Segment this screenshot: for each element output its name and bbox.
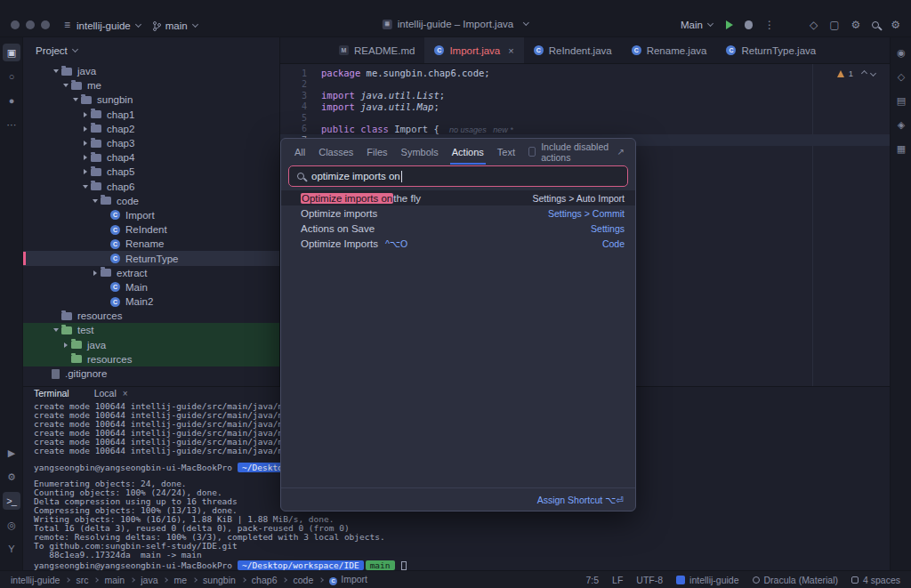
tree-item-resources[interactable]: resources <box>23 352 279 366</box>
popup-tab-Classes[interactable]: Classes <box>318 139 353 165</box>
theme-widget[interactable]: Dracula (Material) <box>753 575 838 585</box>
popup-tab-All[interactable]: All <box>294 139 305 165</box>
file-encoding[interactable]: UTF-8 <box>636 575 663 585</box>
tree-item-chap4[interactable]: chap4 <box>23 150 279 165</box>
git-tool-icon[interactable]: Y <box>3 540 20 558</box>
breadcrumb-item-me[interactable]: me <box>173 575 187 585</box>
window-controls[interactable] <box>11 20 50 31</box>
main-menu-icon[interactable]: ≡ <box>64 19 70 31</box>
editor-tab-README.md[interactable]: MREADME.md <box>329 37 424 63</box>
next-problem-icon[interactable] <box>870 70 876 77</box>
breadcrumb-item-Import[interactable]: CImport <box>329 574 367 585</box>
run-tool-icon[interactable]: ▶ <box>3 444 20 462</box>
close-tab-icon[interactable]: × <box>508 45 513 56</box>
popup-tab-Files[interactable]: Files <box>367 139 387 165</box>
ai-assistant-icon[interactable]: ◇ <box>892 68 910 85</box>
tree-item-ReIndent[interactable]: CReIndent <box>23 222 279 237</box>
tree-arrow-icon[interactable] <box>79 126 91 132</box>
debug-button[interactable] <box>745 20 753 29</box>
tree-arrow-icon[interactable] <box>89 199 101 203</box>
tree-item-Import[interactable]: CImport <box>23 208 279 222</box>
tree-item-chap3[interactable]: chap3 <box>23 136 279 150</box>
tree-item-java[interactable]: java <box>23 338 279 352</box>
open-in-tool-window-icon[interactable]: ↗ <box>617 147 625 157</box>
popup-search-field[interactable]: optimize imports on <box>288 165 628 187</box>
breadcrumb-item-sungbin[interactable]: sungbin <box>203 575 236 585</box>
editor-tab-Import.java[interactable]: CImport.java× <box>424 37 523 63</box>
popup-tab-Text[interactable]: Text <box>497 139 515 165</box>
breadcrumb-item-chap6[interactable]: chap6 <box>252 575 278 585</box>
caret-position[interactable]: 7:5 <box>585 575 599 585</box>
tree-arrow-icon[interactable] <box>69 98 81 101</box>
popup-result-row[interactable]: Optimize Imports^⌥OCode <box>281 236 635 251</box>
tree-item-extract[interactable]: extract <box>23 266 279 280</box>
popup-result-row[interactable]: Optimize importsSettings > Commit <box>281 205 635 221</box>
breadcrumb-item-src[interactable]: src <box>76 575 88 585</box>
popup-result-row[interactable]: Actions on SaveSettings <box>281 221 635 236</box>
problems-tool-icon[interactable]: ◎ <box>3 516 20 534</box>
notifications-icon[interactable]: ◉ <box>892 44 910 61</box>
project-tool-window-header[interactable]: Project <box>23 37 280 64</box>
gradle-icon[interactable]: ◈ <box>892 116 910 133</box>
ai-assistant-icon[interactable]: ◇ <box>810 19 818 31</box>
tree-arrow-icon[interactable] <box>79 141 91 146</box>
tree-item-chap6[interactable]: chap6 <box>23 180 279 194</box>
more-actions-icon[interactable]: ⋮ <box>764 19 775 31</box>
prev-problem-icon[interactable] <box>861 70 867 77</box>
tree-arrow-icon[interactable] <box>79 169 91 174</box>
tree-arrow-icon[interactable] <box>79 112 91 117</box>
breadcrumb-item-java[interactable]: java <box>141 575 157 585</box>
close-window-icon[interactable] <box>11 20 20 29</box>
tree-item-Main2[interactable]: CMain2 <box>23 294 279 309</box>
vcs-branch-widget[interactable]: main <box>153 20 198 31</box>
tree-item-.gitignore[interactable]: .gitignore <box>23 366 279 381</box>
tree-item-Rename[interactable]: CRename <box>23 237 279 251</box>
include-disabled-actions-checkbox[interactable]: Include disabled actions↗ <box>528 141 625 163</box>
tree-item-test[interactable]: test <box>23 323 279 337</box>
project-widget[interactable]: intellij-guide <box>77 20 141 31</box>
tree-item-chap1[interactable]: chap1 <box>23 108 279 122</box>
tree-item-code[interactable]: code <box>23 194 279 208</box>
project-tool-icon[interactable]: ▣ <box>3 44 20 61</box>
more-tools-icon[interactable]: ⋯ <box>3 116 20 133</box>
tree-item-ReturnType[interactable]: CReturnType <box>23 251 279 265</box>
indent-widget[interactable]: 4 spaces <box>851 575 900 585</box>
minimize-window-icon[interactable] <box>26 20 35 29</box>
module-widget[interactable]: intellij-guide <box>676 575 738 585</box>
tree-item-chap5[interactable]: chap5 <box>23 165 279 179</box>
tree-item-me[interactable]: me <box>23 78 279 93</box>
tree-item-chap2[interactable]: chap2 <box>23 122 279 136</box>
breadcrumb-item-main[interactable]: main <box>104 575 125 585</box>
breadcrumb-item-intellij-guide[interactable]: intellij-guide <box>11 575 60 585</box>
terminal-session-tab[interactable]: Local × <box>94 388 128 399</box>
terminal-tool-icon[interactable]: >_ <box>3 492 20 510</box>
run-configuration-selector[interactable]: Main <box>681 20 713 30</box>
build-icon[interactable]: ⚙ <box>851 19 860 31</box>
line-separator[interactable]: LF <box>612 575 623 585</box>
database-icon[interactable]: ▤ <box>892 92 910 109</box>
popup-result-row[interactable]: Optimize imports on the flySettings > Au… <box>281 190 635 205</box>
tree-arrow-icon[interactable] <box>60 84 71 87</box>
editor-tab-ReturnType.java[interactable]: CReturnType.java <box>716 37 826 63</box>
tree-item-sungbin[interactable]: sungbin <box>23 93 279 107</box>
build-icon[interactable]: ▦ <box>892 140 910 157</box>
editor-tab-ReIndent.java[interactable]: CReIndent.java <box>524 37 622 63</box>
assign-shortcut-link[interactable]: Assign Shortcut ⌥⏎ <box>537 495 624 505</box>
editor-tab-Rename.java[interactable]: CRename.java <box>622 37 717 63</box>
tree-arrow-icon[interactable] <box>50 328 61 332</box>
popup-tab-Symbols[interactable]: Symbols <box>401 139 439 165</box>
checkbox-icon[interactable] <box>528 147 536 157</box>
services-tool-icon[interactable]: ⚙ <box>3 468 20 486</box>
settings-icon[interactable]: ⚙ <box>891 19 900 31</box>
code-with-me-icon[interactable]: ▢ <box>829 19 839 31</box>
breadcrumb-item-code[interactable]: code <box>293 575 313 585</box>
inspection-widget[interactable]: 1 <box>837 68 875 78</box>
github-tool-icon[interactable]: ● <box>3 92 20 109</box>
search-everywhere-icon[interactable] <box>872 21 879 28</box>
tree-arrow-icon[interactable] <box>50 69 61 73</box>
terminal-title[interactable]: Terminal <box>34 388 69 399</box>
run-button[interactable] <box>726 20 733 29</box>
commit-tool-icon[interactable]: ○ <box>3 68 20 85</box>
tree-item-resources[interactable]: resources <box>23 309 279 323</box>
close-icon[interactable]: × <box>123 389 128 399</box>
